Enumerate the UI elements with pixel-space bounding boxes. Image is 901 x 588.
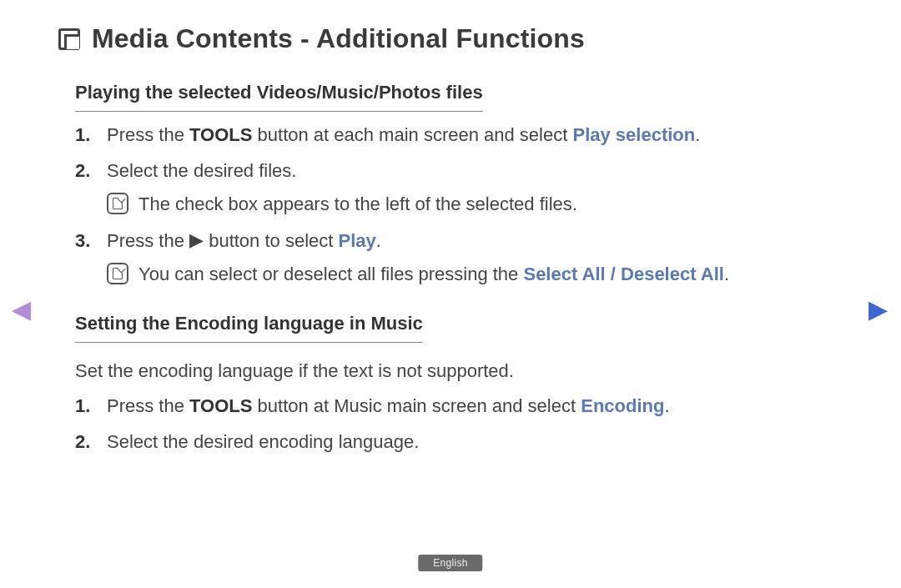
text: .: [724, 264, 729, 284]
manual-page: Media Contents - Additional Functions Pl…: [0, 0, 901, 588]
note-checkbox-appears: The check box appears to the left of the…: [107, 189, 839, 219]
text: Select the desired files.: [107, 160, 296, 181]
tools-word: TOOLS: [189, 124, 252, 145]
play-label: Play: [338, 230, 375, 251]
section2-steps: Press the TOOLS button at Music main scr…: [75, 391, 839, 457]
note-icon: [107, 263, 128, 284]
note-icon: [107, 193, 128, 214]
text: Press the: [107, 230, 189, 251]
page-title-row: Media Contents - Additional Functions: [58, 23, 843, 54]
language-badge: English: [418, 555, 482, 571]
section2-heading: Setting the Encoding language in Music: [75, 309, 423, 343]
note-select-all: You can select or deselect all files pre…: [107, 259, 839, 289]
text: Select the desired encoding language.: [107, 431, 419, 452]
tools-word: TOOLS: [189, 395, 252, 416]
text: .: [695, 124, 700, 145]
section1-step1: Press the TOOLS button at each main scre…: [75, 120, 839, 150]
section2-step2: Select the desired encoding language.: [75, 427, 839, 457]
section2-intro: Set the encoding language if the text is…: [75, 356, 839, 386]
section1-step3: Press the ▶ button to select Play. You c…: [75, 226, 839, 290]
text: button at each main screen and select: [252, 124, 572, 145]
section1-heading: Playing the selected Videos/Music/Photos…: [75, 78, 483, 112]
text: Press the: [107, 124, 189, 145]
text: button at Music main screen and select: [252, 395, 581, 416]
note-text-wrap: You can select or deselect all files pre…: [138, 259, 729, 289]
section-encoding-language: Setting the Encoding language in Music S…: [75, 309, 839, 457]
section-playing-files: Playing the selected Videos/Music/Photos…: [75, 78, 839, 290]
section1-step2: Select the desired files. The check box …: [75, 156, 839, 220]
text: .: [376, 230, 381, 251]
section1-steps: Press the TOOLS button at each main scre…: [75, 120, 839, 289]
right-arrow-icon: ▶: [189, 225, 204, 255]
play-selection-label: Play selection: [572, 124, 695, 145]
text: You can select or deselect all files pre…: [138, 264, 523, 284]
page-content: Playing the selected Videos/Music/Photos…: [58, 78, 843, 457]
page-title: Media Contents - Additional Functions: [92, 23, 585, 54]
text: .: [664, 395, 669, 416]
encoding-label: Encoding: [581, 395, 664, 416]
text: button to select: [204, 230, 338, 251]
prev-page-button[interactable]: ◀: [12, 297, 31, 322]
text: Press the: [107, 395, 189, 416]
note-text: The check box appears to the left of the…: [138, 189, 577, 219]
select-all-label: Select All / Deselect All: [523, 264, 723, 284]
section-bullet-icon: [58, 28, 80, 50]
next-page-button[interactable]: ▶: [868, 297, 888, 322]
section2-step1: Press the TOOLS button at Music main scr…: [75, 391, 839, 421]
